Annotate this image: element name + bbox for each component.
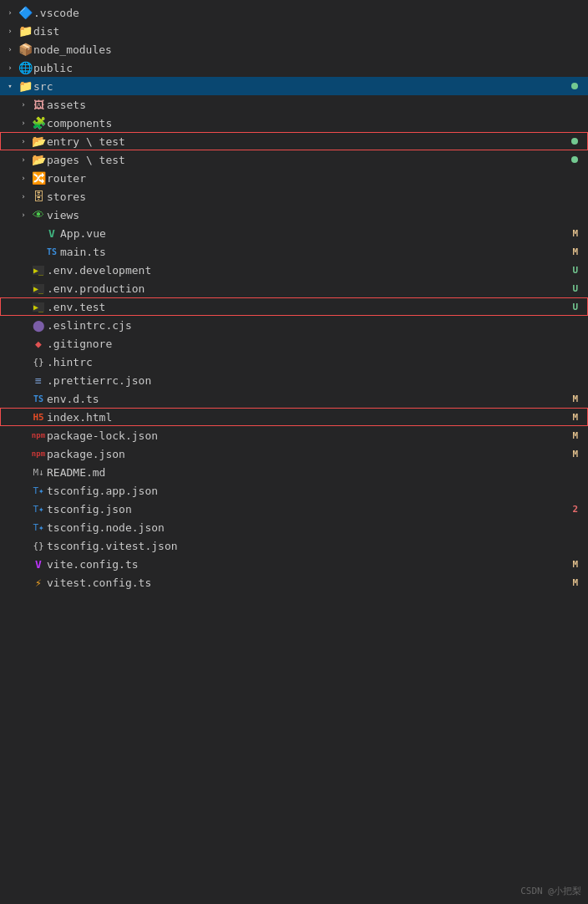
file-icon-gitignore: ◆	[30, 337, 47, 350]
tree-item-env_d_ts[interactable]: TS env.d.ts M	[0, 389, 588, 408]
tree-item-main_ts[interactable]: TS main.ts M	[0, 242, 588, 261]
tree-item-eslintrc[interactable]: ⬤ .eslintrc.cjs	[0, 316, 588, 334]
tree-item-components[interactable]: › 🧩 components	[0, 114, 588, 132]
tree-item-index_html[interactable]: H5 index.html M	[0, 408, 588, 426]
item-label-router: router	[47, 172, 578, 185]
item-label-public: public	[33, 62, 578, 74]
item-label-env_dev: .env.development	[47, 264, 565, 277]
chevron-icon: ›	[17, 153, 30, 166]
item-label-index_html: index.html	[47, 411, 565, 424]
tree-item-node_modules[interactable]: › 📦 node_modules	[0, 40, 588, 58]
tree-item-assets[interactable]: › 🖼 assets	[0, 95, 588, 114]
badge-vitest_config: M	[565, 577, 578, 588]
file-icon-readme: M↓	[30, 465, 47, 479]
file-icon-package_lock: npm	[30, 429, 47, 442]
chevron-icon	[17, 465, 30, 479]
item-label-vite_config: vite.config.ts	[47, 558, 565, 571]
tree-item-tsconfig_app[interactable]: T✦ tsconfig.app.json	[0, 481, 588, 500]
item-label-views: views	[47, 209, 578, 221]
tree-item-pages_test[interactable]: › 📂 pages \ test	[0, 150, 588, 169]
dot-indicator	[571, 83, 578, 89]
file-icon-components: 🧩	[30, 116, 47, 130]
chevron-icon	[17, 282, 30, 295]
file-icon-index_html: H5	[30, 410, 47, 424]
chevron-icon	[17, 447, 30, 460]
tree-item-env_test[interactable]: ▶_ .env.test U	[0, 297, 588, 316]
item-label-vitest_config: vitest.config.ts	[47, 576, 565, 589]
chevron-icon: ›	[3, 61, 17, 74]
badge-package_json: M	[565, 449, 578, 460]
tree-item-vite_config[interactable]: V vite.config.ts M	[0, 555, 588, 573]
file-icon-tsconfig_vitest: {}	[30, 539, 47, 552]
item-label-main_ts: main.ts	[60, 246, 565, 258]
item-label-tsconfig_node: tsconfig.node.json	[47, 521, 578, 534]
chevron-icon	[17, 502, 30, 515]
chevron-icon: ›	[17, 190, 30, 203]
tree-item-hintrc[interactable]: {} .hintrc	[0, 353, 588, 371]
tree-item-router[interactable]: › 🔀 router	[0, 169, 588, 187]
item-label-eslintrc: .eslintrc.cjs	[47, 319, 578, 332]
item-label-vscode: .vscode	[33, 7, 578, 19]
file-icon-app_vue: V	[43, 226, 60, 240]
tree-item-env_prod[interactable]: ▶_ .env.production U	[0, 279, 588, 297]
chevron-icon	[17, 429, 30, 442]
dot-indicator	[571, 138, 578, 145]
tree-item-vitest_config[interactable]: ⚡ vitest.config.ts M	[0, 573, 588, 592]
tree-item-vscode[interactable]: › 🔷 .vscode	[0, 3, 588, 22]
badge-vite_config: M	[565, 559, 578, 570]
tree-item-public[interactable]: › 🌐 public	[0, 58, 588, 77]
item-label-package_lock: package-lock.json	[47, 429, 565, 442]
badge-env_dev: U	[565, 265, 578, 276]
tree-item-app_vue[interactable]: V App.vue M	[0, 224, 588, 242]
chevron-icon	[30, 245, 43, 258]
chevron-icon	[17, 557, 30, 571]
file-icon-env_test: ▶_	[30, 300, 47, 313]
file-icon-entry_test: 📂	[30, 135, 47, 148]
chevron-icon	[17, 318, 30, 332]
tree-item-readme[interactable]: M↓ README.md	[0, 463, 588, 481]
chevron-icon: ▾	[3, 79, 17, 93]
tree-item-entry_test[interactable]: › 📂 entry \ test	[0, 132, 588, 150]
tree-item-prettierrc[interactable]: ≡ .prettierrc.json	[0, 371, 588, 389]
file-icon-env_dev: ▶_	[30, 263, 47, 277]
file-icon-package_json: npm	[30, 447, 47, 460]
item-label-env_d_ts: env.d.ts	[47, 393, 565, 405]
tree-item-env_dev[interactable]: ▶_ .env.development U	[0, 261, 588, 279]
item-label-stores: stores	[47, 190, 578, 203]
file-icon-stores: 🗄	[30, 190, 47, 203]
item-label-components: components	[47, 117, 578, 130]
file-icon-main_ts: TS	[43, 245, 60, 258]
tree-item-views[interactable]: › 👁 views	[0, 206, 588, 224]
item-label-env_test: .env.test	[47, 301, 565, 313]
item-label-assets: assets	[47, 99, 578, 111]
tree-item-package_lock[interactable]: npm package-lock.json M	[0, 426, 588, 444]
chevron-icon: ›	[17, 116, 30, 130]
chevron-icon	[17, 410, 30, 424]
item-label-pages_test: pages \ test	[47, 154, 571, 166]
tree-item-package_json[interactable]: npm package.json M	[0, 444, 588, 463]
file-icon-tsconfig_json: T✦	[30, 502, 47, 515]
item-label-readme: README.md	[47, 466, 578, 479]
tree-item-tsconfig_json[interactable]: T✦ tsconfig.json 2	[0, 500, 588, 518]
item-label-app_vue: App.vue	[60, 227, 565, 240]
chevron-icon	[17, 300, 30, 313]
file-icon-src: 📁	[17, 79, 33, 93]
tree-item-gitignore[interactable]: ◆ .gitignore	[0, 334, 588, 353]
chevron-icon: ›	[17, 171, 30, 185]
tree-item-tsconfig_node[interactable]: T✦ tsconfig.node.json	[0, 518, 588, 536]
dot-indicator	[571, 156, 578, 163]
tree-item-tsconfig_vitest[interactable]: {} tsconfig.vitest.json	[0, 536, 588, 555]
tree-item-dist[interactable]: › 📁 dist	[0, 22, 588, 40]
item-label-tsconfig_app: tsconfig.app.json	[47, 485, 578, 497]
tree-item-src[interactable]: ▾ 📁 src	[0, 77, 588, 95]
badge-index_html: M	[565, 412, 578, 423]
file-icon-vite_config: V	[30, 557, 47, 571]
item-label-tsconfig_vitest: tsconfig.vitest.json	[47, 540, 578, 552]
file-icon-assets: 🖼	[30, 98, 47, 111]
item-label-hintrc: .hintrc	[47, 356, 578, 368]
tree-item-stores[interactable]: › 🗄 stores	[0, 187, 588, 206]
badge-tsconfig_json: 2	[565, 504, 578, 515]
file-icon-prettierrc: ≡	[30, 373, 47, 387]
badge-env_test: U	[565, 302, 578, 312]
file-explorer: › 🔷 .vscode › 📁 dist › 📦 node_modules › …	[0, 0, 588, 904]
